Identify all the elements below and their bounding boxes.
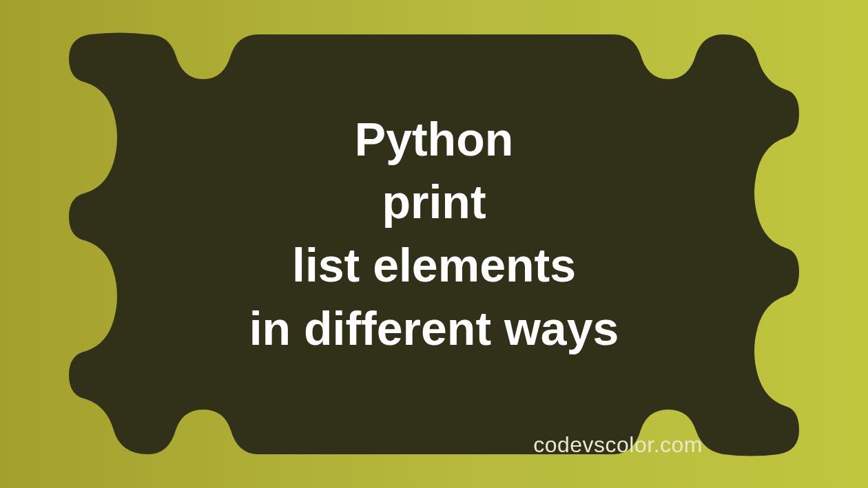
title-line-2: print [249,171,619,234]
watermark-text: codevscolor.com [533,432,703,458]
title-line-1: Python [249,107,619,171]
banner-title: Python print list elements in different … [249,107,619,360]
banner-canvas: Python print list elements in different … [0,0,868,488]
title-line-3: list elements [249,234,619,297]
title-line-4: in different ways [249,297,619,361]
